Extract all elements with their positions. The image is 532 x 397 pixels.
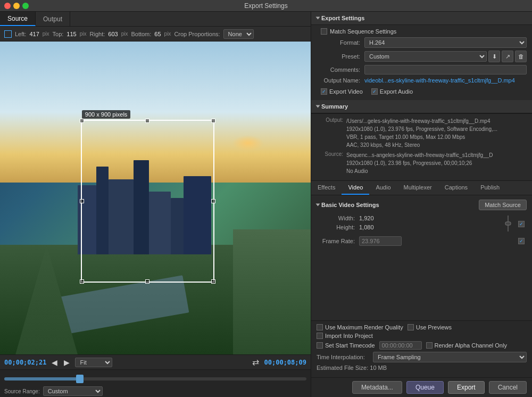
render-alpha-checkbox[interactable] <box>426 342 433 349</box>
export-button[interactable]: Export <box>448 381 485 394</box>
timecode-current: 00;00;02;21 <box>4 359 46 366</box>
right-pix: pix <box>121 31 128 37</box>
preview-area: 900 x 900 pixels <box>0 42 311 354</box>
frame-rate-checkbox[interactable] <box>518 238 525 244</box>
tab-effects[interactable]: Effects <box>311 181 342 195</box>
tab-output[interactable]: Output <box>36 12 70 26</box>
svg-rect-0 <box>505 222 511 225</box>
max-render-quality-checkbox[interactable] <box>317 324 323 330</box>
selection-size-label: 900 x 900 pixels <box>82 110 131 119</box>
frame-rate-input[interactable] <box>359 236 402 246</box>
tree-right <box>233 229 311 354</box>
timeline-thumb[interactable] <box>76 375 84 383</box>
preset-select[interactable]: Custom Match Source - High bitrate <box>364 51 487 62</box>
save-preset-icon[interactable]: ⬇ <box>488 51 500 62</box>
comments-input[interactable] <box>364 65 527 75</box>
delete-preset-icon[interactable]: 🗑 <box>515 51 527 62</box>
queue-button[interactable]: Queue <box>406 381 444 394</box>
import-preset-icon[interactable]: ↗ <box>502 51 513 62</box>
source-output-tabs: Source Output <box>0 12 311 27</box>
source-range-bar: Source Range: Custom Entire Sequence Wor… <box>4 385 306 397</box>
export-settings-header[interactable]: Export Settings <box>311 12 532 25</box>
right-panel: Export Settings Match Sequence Settings … <box>311 12 532 397</box>
top-label: Top: <box>53 31 64 37</box>
fit-select[interactable]: Fit 25% 50% 100% <box>75 358 112 367</box>
play-forward-button[interactable]: ▶ <box>63 358 71 367</box>
maximize-button[interactable] <box>22 3 29 9</box>
left-label: Left: <box>15 31 26 37</box>
time-interpolation-row: Time Interpolation: Frame Sampling Frame… <box>317 352 527 362</box>
comments-row: Comments: <box>317 65 527 75</box>
source-range-select[interactable]: Custom Entire Sequence Work Area <box>43 386 103 396</box>
import-into-project-checkbox[interactable] <box>317 333 323 339</box>
handle-bot-left[interactable] <box>80 279 84 284</box>
set-start-timecode-item: Set Start Timecode <box>317 342 375 349</box>
title-bar: Export Settings <box>0 0 532 12</box>
export-video-item: Export Video <box>321 88 363 95</box>
link-dimensions-checkbox[interactable] <box>518 221 525 227</box>
source-controls-bar: Left: 417 pix Top: 115 pix Right: 603 pi… <box>0 27 311 42</box>
handle-top-left[interactable] <box>80 119 84 123</box>
handle-top-right[interactable] <box>211 119 215 123</box>
output-name-row: Output Name: videobl...es-skyline-with-f… <box>317 77 527 84</box>
time-interpolation-select[interactable]: Frame Sampling Frame Blending Optical Fl… <box>373 352 527 362</box>
handle-mid-left[interactable] <box>80 199 84 203</box>
right-value: 603 <box>108 31 118 37</box>
settings-button[interactable]: ⇄ <box>251 357 260 367</box>
tab-multiplexer[interactable]: Multiplexer <box>397 181 438 195</box>
handle-mid-right[interactable] <box>211 199 215 203</box>
selection-box[interactable]: 900 x 900 pixels <box>81 120 214 283</box>
comments-control <box>364 65 527 75</box>
comments-label: Comments: <box>317 67 364 73</box>
tab-publish[interactable]: Publish <box>474 181 506 195</box>
handle-top-mid[interactable] <box>145 119 149 123</box>
estimated-file-size-row: Estimated File Size: 10 MB <box>317 365 527 371</box>
height-value: 1,080 <box>359 224 396 230</box>
timeline-track[interactable] <box>4 377 306 381</box>
source-range-label: Source Range: <box>4 388 40 394</box>
render-alpha-label: Render Alpha Channel Only <box>435 342 507 349</box>
metadata-button[interactable]: Metadata... <box>352 381 402 394</box>
footer-options: Use Maximum Render Quality Use Previews … <box>311 320 532 377</box>
width-row: Width: 1,920 <box>317 215 503 221</box>
import-into-project-item: Import Into Project <box>317 333 373 339</box>
match-sequence-checkbox[interactable] <box>321 28 327 35</box>
output-name-value[interactable]: videobl...es-skyline-with-freeway-traffi… <box>364 77 515 84</box>
output-name-label: Output Name: <box>317 77 364 84</box>
estimated-file-size-value: 10 MB <box>370 365 387 371</box>
match-source-button[interactable]: Match Source <box>479 200 527 210</box>
use-previews-item: Use Previews <box>408 324 452 330</box>
format-select[interactable]: H.264 H.265 ProRes <box>364 37 527 48</box>
export-video-checkbox[interactable] <box>321 88 327 95</box>
estimated-file-size-label: Estimated File Size: <box>317 365 368 371</box>
render-alpha-item: Render Alpha Channel Only <box>426 342 507 349</box>
set-start-timecode-checkbox[interactable] <box>317 342 323 349</box>
handle-bot-mid[interactable] <box>145 279 149 284</box>
cancel-button[interactable]: Cancel <box>489 381 527 394</box>
dimensions-inputs: Width: 1,920 Height: 1,080 <box>317 215 503 233</box>
use-previews-checkbox[interactable] <box>408 324 414 330</box>
match-sequence-row: Match Sequence Settings <box>317 28 527 35</box>
start-timecode-input[interactable] <box>379 341 422 350</box>
tab-source[interactable]: Source <box>0 12 36 26</box>
max-render-quality-item: Use Maximum Render Quality <box>317 324 403 330</box>
tab-captions[interactable]: Captions <box>438 181 474 195</box>
window-controls[interactable] <box>4 3 29 9</box>
summary-header[interactable]: Summary <box>311 100 532 113</box>
tab-audio[interactable]: Audio <box>369 181 397 195</box>
play-back-button[interactable]: ◀ <box>51 358 59 367</box>
close-button[interactable] <box>4 3 11 9</box>
minimize-button[interactable] <box>13 3 20 9</box>
export-audio-checkbox[interactable] <box>371 88 378 95</box>
tab-video[interactable]: Video <box>342 181 369 195</box>
timeline-area[interactable]: Source Range: Custom Entire Sequence Wor… <box>0 369 311 397</box>
timecode-end: 00;00;08;09 <box>264 359 306 366</box>
basic-video-title: Basic Video Settings <box>321 202 379 208</box>
bottom-pix: pix <box>164 31 171 37</box>
playback-controls: 00;00;02;21 ◀ ▶ Fit 25% 50% 100% ⇄ 00;00… <box>0 354 311 369</box>
height-label: Height: <box>317 224 359 230</box>
export-checks: Export Video Export Audio <box>317 86 527 97</box>
handle-bot-right[interactable] <box>211 279 215 284</box>
basic-video-header: Basic Video Settings Match Source <box>317 200 527 210</box>
crop-proportions-select[interactable]: None <box>223 29 254 39</box>
